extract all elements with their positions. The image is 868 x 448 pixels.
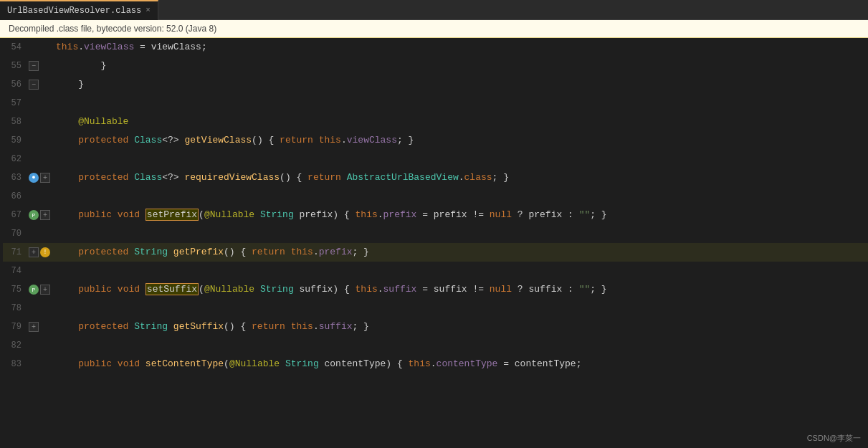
line-icons: + ! [29, 247, 50, 257]
line-row: 58 @Nullable [3, 113, 868, 131]
line-number: 55 [3, 61, 29, 71]
line-row: 70 [3, 224, 868, 243]
line-row: 66 [3, 187, 868, 206]
watermark: CSDN@李菜一 [807, 433, 861, 444]
line-row: 83 public void setContentType(@Nullable … [3, 355, 868, 373]
fold-icon[interactable]: − [29, 80, 39, 90]
line-number: 74 [3, 266, 29, 276]
line-number: 62 [3, 154, 29, 164]
line-number: 66 [3, 191, 29, 201]
line-icons: − [29, 80, 50, 90]
code-line: } [50, 57, 868, 75]
line-row: 79 + protected String getSuffix() { retu… [3, 318, 868, 336]
fold-icon[interactable]: + [29, 322, 39, 332]
code-line: protected Class<?> getViewClass() { retu… [50, 131, 868, 150]
code-line: protected Class<?> requiredViewClass() {… [50, 168, 868, 187]
line-row: 54 this.viewClass = viewClass; [3, 38, 868, 57]
line-row: 63 ● + protected Class<?> requiredViewCl… [3, 168, 868, 187]
fold-icon[interactable]: + [29, 247, 39, 257]
override-icon: P [29, 285, 39, 295]
line-number: 75 [3, 285, 29, 295]
line-number: 82 [3, 340, 29, 351]
line-icons: P + [29, 285, 50, 295]
editor-area: 54 this.viewClass = viewClass; 55 − } 56… [0, 38, 868, 446]
code-line: @Nullable [50, 113, 868, 131]
line-row: 56 − } [3, 75, 868, 94]
code-line: protected String getSuffix() { return th… [50, 318, 868, 336]
line-number: 56 [3, 80, 29, 90]
warning-icon: ! [40, 247, 50, 257]
tab-label: UrlBasedViewResolver.class [7, 6, 141, 16]
line-number: 71 [3, 247, 29, 257]
line-row: 74 [3, 262, 868, 280]
line-number: 79 [3, 322, 29, 332]
line-row: 75 P + public void setSuffix(@Nullable S… [3, 280, 868, 299]
code-line: public void setPrefix(@Nullable String p… [50, 206, 868, 224]
line-icons: P + [29, 210, 50, 220]
override-icon: P [29, 210, 39, 220]
line-number: 58 [3, 117, 29, 127]
code-content: 54 this.viewClass = viewClass; 55 − } 56… [0, 38, 868, 446]
line-row: 71 + ! protected String getPrefix() { re… [3, 243, 868, 262]
editor-window: UrlBasedViewResolver.class × Decompiled … [0, 0, 868, 446]
line-icons: − [29, 61, 50, 71]
fold-icon[interactable]: + [40, 173, 50, 183]
line-row: 62 [3, 150, 868, 168]
line-number: 83 [3, 359, 29, 369]
line-number: 57 [3, 98, 29, 108]
line-row: 57 [3, 94, 868, 113]
line-number: 70 [3, 229, 29, 239]
code-line: } [50, 75, 868, 94]
line-number: 59 [3, 135, 29, 146]
code-line: this.viewClass = viewClass; [50, 38, 868, 57]
line-row: 55 − } [3, 57, 868, 75]
code-line: protected String getPrefix() { return th… [50, 243, 868, 262]
line-row: 82 [3, 336, 868, 355]
banner-text: Decompiled .class file, bytecode version… [9, 24, 216, 34]
line-number: 67 [3, 210, 29, 220]
fold-icon[interactable]: − [29, 61, 39, 71]
tab-close-button[interactable]: × [146, 6, 151, 14]
line-number: 54 [3, 42, 29, 52]
breakpoint-icon[interactable]: ● [29, 173, 39, 183]
line-row: 78 [3, 299, 868, 318]
line-icons: ● + [29, 173, 50, 183]
tab-bar: UrlBasedViewResolver.class × [0, 0, 868, 20]
code-line: public void setContentType(@Nullable Str… [50, 355, 868, 373]
line-row: 59 protected Class<?> getViewClass() { r… [3, 131, 868, 150]
decompile-banner: Decompiled .class file, bytecode version… [0, 20, 868, 38]
fold-icon[interactable]: + [40, 210, 50, 220]
line-number: 78 [3, 303, 29, 313]
code-line: public void setSuffix(@Nullable String s… [50, 280, 868, 299]
file-tab[interactable]: UrlBasedViewResolver.class × [0, 0, 158, 20]
fold-icon[interactable]: + [40, 285, 50, 295]
line-number: 63 [3, 173, 29, 183]
line-row: 67 P + public void setPrefix(@Nullable S… [3, 206, 868, 224]
line-icons: + [29, 322, 50, 332]
